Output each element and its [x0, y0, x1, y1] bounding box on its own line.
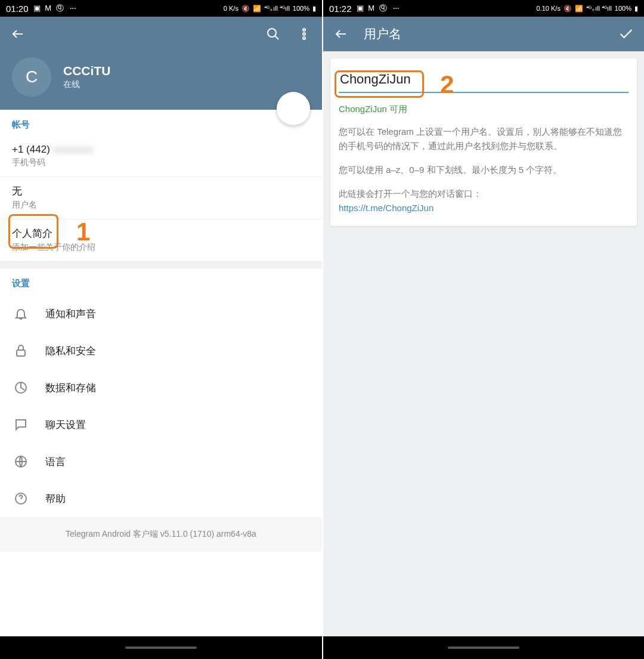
help-text-3: 此链接会打开一个与您的对话窗口： https://t.me/ChongZiJun — [339, 187, 628, 215]
status-mute-icon: 🔇 — [564, 5, 572, 13]
username-card: ChongZiJun 可用 您可以在 Telegram 上设置一个用户名。设置后… — [330, 58, 637, 226]
username-label: 用户名 — [12, 200, 310, 211]
status-time: 01:20 — [6, 4, 29, 14]
bio-label: 添加一些关于你的介绍 — [12, 242, 310, 253]
chat-icon — [13, 417, 29, 432]
phone-value: +1 (442) — [12, 144, 50, 155]
settings-item-privacy[interactable]: 隐私和安全 — [0, 332, 322, 369]
camera-icon — [286, 101, 301, 116]
status-signal-icon: ⁴ᴳ₊ıll ⁴ᴳıll — [264, 5, 290, 13]
version-footer: Telegram Android 客户端 v5.11.0 (1710) arm6… — [0, 517, 322, 552]
phone-hidden: xxxxxxxx — [53, 144, 94, 155]
avatar[interactable]: C — [12, 57, 51, 97]
settings-item-language[interactable]: 语言 — [0, 443, 322, 480]
appbar — [0, 17, 322, 51]
svg-point-2 — [303, 33, 305, 35]
username-value: 无 — [12, 184, 310, 198]
globe-icon — [13, 454, 29, 469]
search-icon — [266, 27, 280, 41]
help-text-2: 您可以使用 a–z、0–9 和下划线。最小长度为 5 个字符。 — [339, 163, 628, 177]
back-button[interactable] — [10, 26, 26, 42]
status-bar: 01:22 ▣ M ⓠ ··· 0.10 K/s 🔇 📶 ⁴ᴳ₊ıll ⁴ᴳıl… — [323, 0, 644, 17]
status-battery: 100% — [293, 5, 309, 12]
status-more-icon: ··· — [393, 3, 399, 14]
svg-point-1 — [303, 29, 305, 31]
appbar: 用户名 — [323, 17, 644, 51]
bell-icon — [13, 306, 29, 321]
username-item[interactable]: 无 用户名 — [0, 177, 322, 219]
phone-item[interactable]: +1 (442) xxxxxxxx 手机号码 — [0, 137, 322, 177]
status-more-icon: ··· — [70, 3, 76, 14]
settings-section: 设置 通知和声音 隐私和安全 数据和存储 聊天设置 语言 帮助 — [0, 268, 322, 517]
bio-item[interactable]: 个人简介 添加一些关于你的介绍 — [0, 219, 322, 261]
status-battery-icon: ▮ — [312, 5, 316, 13]
check-icon — [618, 26, 634, 42]
lock-icon — [13, 343, 29, 358]
nav-bar — [0, 636, 322, 659]
status-wifi-icon: 📶 — [575, 5, 583, 13]
profile-name: CCCiTU — [63, 64, 110, 78]
availability-text: ChongZiJun 可用 — [339, 104, 628, 115]
svg-point-3 — [303, 37, 305, 39]
account-section: 帐号 +1 (442) xxxxxxxx 手机号码 无 用户名 个人简介 添加一… — [0, 110, 322, 261]
settings-item-notifications[interactable]: 通知和声音 — [0, 295, 322, 332]
status-battery: 100% — [615, 5, 631, 12]
settings-item-chat[interactable]: 聊天设置 — [0, 406, 322, 443]
status-notif-icons: ▣ M ⓠ — [33, 3, 65, 14]
status-wifi-icon: 📶 — [253, 5, 261, 13]
username-edit-screen: 01:22 ▣ M ⓠ ··· 0.10 K/s 🔇 📶 ⁴ᴳ₊ıll ⁴ᴳıl… — [322, 0, 644, 659]
camera-fab[interactable] — [277, 92, 310, 125]
profile-header: C CCCiTU 在线 — [0, 51, 322, 110]
status-notif-icons: ▣ M ⓠ — [357, 3, 388, 14]
account-title: 帐号 — [0, 110, 322, 137]
svg-point-0 — [268, 29, 276, 37]
status-mute-icon: 🔇 — [242, 5, 250, 13]
help-text-1: 您可以在 Telegram 上设置一个用户名。设置后，别人将能够在不知道您的手机… — [339, 125, 628, 153]
profile-link[interactable]: https://t.me/ChongZiJun — [339, 203, 434, 213]
data-icon — [13, 380, 29, 395]
arrow-left-icon — [334, 27, 348, 41]
status-speed: 0.10 K/s — [537, 5, 561, 12]
settings-item-data[interactable]: 数据和存储 — [0, 369, 322, 406]
svg-rect-5 — [17, 350, 25, 356]
bio-value: 个人简介 — [12, 227, 310, 240]
more-vert-icon — [297, 27, 311, 41]
back-button[interactable] — [333, 26, 349, 42]
status-battery-icon: ▮ — [634, 5, 638, 13]
phone-label: 手机号码 — [12, 157, 310, 168]
nav-bar — [323, 636, 644, 659]
status-speed: 0 K/s — [224, 5, 239, 12]
more-button[interactable] — [296, 26, 312, 42]
username-input[interactable] — [339, 69, 628, 93]
svg-point-4 — [292, 107, 296, 112]
settings-title: 设置 — [0, 268, 322, 295]
confirm-button[interactable] — [618, 26, 634, 42]
status-time: 01:22 — [329, 4, 352, 14]
help-icon — [13, 491, 29, 506]
settings-item-help[interactable]: 帮助 — [0, 480, 322, 517]
appbar-title: 用户名 — [364, 26, 603, 42]
arrow-left-icon — [11, 27, 25, 41]
status-signal-icon: ⁴ᴳ₊ıll ⁴ᴳıll — [586, 5, 612, 13]
search-button[interactable] — [265, 26, 281, 42]
profile-status: 在线 — [63, 79, 110, 90]
status-bar: 01:20 ▣ M ⓠ ··· 0 K/s 🔇 📶 ⁴ᴳ₊ıll ⁴ᴳıll 1… — [0, 0, 322, 17]
settings-screen: 01:20 ▣ M ⓠ ··· 0 K/s 🔇 📶 ⁴ᴳ₊ıll ⁴ᴳıll 1… — [0, 0, 322, 659]
section-gap — [0, 261, 322, 268]
